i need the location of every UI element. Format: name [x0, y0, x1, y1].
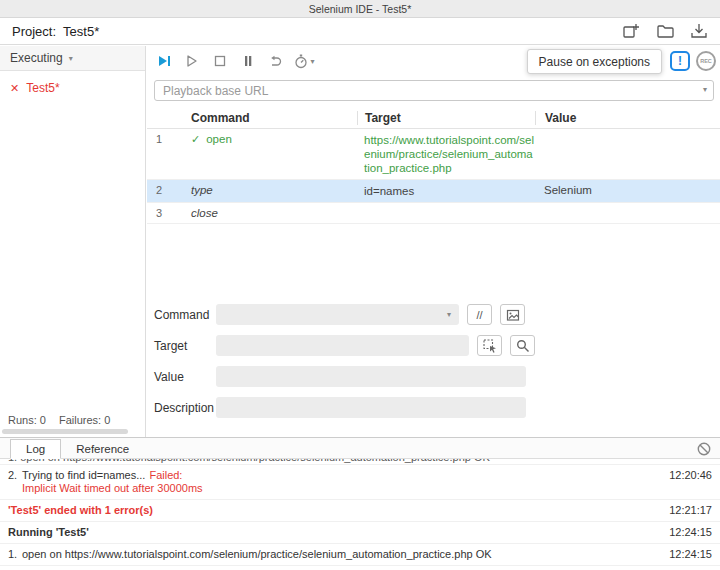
table-row[interactable]: 3 close: [147, 203, 720, 224]
window-titlebar: Selenium IDE - Test5*: [0, 0, 720, 18]
target-cell: id=names: [357, 184, 535, 198]
log-timestamp: 12:24:15: [669, 548, 712, 561]
target-input[interactable]: [216, 335, 469, 356]
log-entry: 2.Trying to find id=names...Failed: Impl…: [0, 465, 720, 500]
log-entries: 1. open on https://www.tutorialspoint.co…: [0, 459, 720, 570]
main-panel: ▾ Pause on exceptions ! REC ▾ Command Ta…: [147, 46, 720, 437]
log-timestamp: 12:21:17: [669, 504, 712, 517]
open-project-icon[interactable]: [655, 22, 674, 41]
failed-label: Failed:: [149, 469, 182, 481]
playback-base-url-input[interactable]: [154, 80, 714, 101]
tab-log[interactable]: Log: [10, 439, 61, 459]
column-command: Command: [187, 111, 357, 125]
save-project-icon[interactable]: [689, 22, 708, 41]
pause-on-exceptions-tooltip[interactable]: Pause on exceptions: [527, 49, 662, 74]
failures-count: Failures: 0: [59, 414, 110, 426]
command-cell: open: [206, 133, 232, 145]
log-tab-bar: Log Reference: [0, 438, 720, 459]
find-target-button[interactable]: [510, 335, 535, 356]
table-row[interactable]: 2 type id=names Selenium: [147, 180, 720, 203]
tab-reference[interactable]: Reference: [61, 440, 144, 458]
test-speed-button[interactable]: ▾: [290, 49, 318, 73]
record-button[interactable]: REC: [696, 51, 716, 71]
log-panel: Log Reference 1. open on https://www.tut…: [0, 437, 720, 570]
open-window-button[interactable]: [500, 304, 525, 325]
clear-log-icon[interactable]: [696, 441, 712, 457]
playback-toolbar: ▾ Pause on exceptions ! REC: [147, 46, 720, 76]
test-failed-icon: ✕: [10, 82, 19, 95]
run-summary: Runs: 0 Failures: 0: [8, 414, 110, 426]
window-title: Selenium IDE - Test5*: [309, 3, 412, 15]
new-project-icon[interactable]: [621, 22, 640, 41]
value-field-label: Value: [154, 370, 216, 384]
error-detail: Implicit Wait timed out after 30000ms: [22, 482, 650, 495]
chevron-down-icon: ▾: [447, 310, 451, 319]
description-field-label: Description: [154, 401, 216, 415]
command-edit-form: Command ▾ // Target: [147, 304, 720, 428]
test-name: Test5*: [26, 81, 59, 95]
log-entry: Running 'Test5' 12:24:15: [0, 522, 720, 544]
command-field-label: Command: [154, 308, 216, 322]
project-name: Test5*: [63, 24, 99, 39]
log-entry: 'Test5' ended with 1 error(s) 12:21:17: [0, 500, 720, 522]
test-state-dropdown[interactable]: Executing ▾: [0, 46, 145, 71]
playback-base-url-field: ▾: [154, 80, 714, 101]
tests-sidebar: Executing ▾ ✕ Test5* Runs: 0 Failures: 0: [0, 46, 146, 437]
check-icon: ✓: [191, 133, 200, 145]
target-cell: [357, 207, 535, 219]
value-input[interactable]: [216, 366, 526, 387]
commands-table: Command Target Value 1 ✓open https://www…: [147, 108, 720, 224]
sidebar-item-test5[interactable]: ✕ Test5*: [0, 71, 145, 105]
pause-on-exceptions-toggle[interactable]: !: [670, 51, 690, 71]
project-header: Project: Test5*: [0, 18, 720, 45]
log-entry: 2.Trying to find id=names... 12:24:15: [0, 566, 720, 570]
pause-button[interactable]: [234, 49, 262, 73]
value-cell: [535, 207, 720, 219]
log-timestamp: 12:20:46: [669, 469, 712, 482]
description-input[interactable]: [216, 397, 526, 418]
command-select[interactable]: ▾: [216, 304, 459, 325]
run-all-tests-button[interactable]: [150, 49, 178, 73]
target-cell: https://www.tutorialspoint.com/selenium/…: [357, 133, 535, 175]
value-cell: [535, 133, 720, 175]
log-entry: 1.open on https://www.tutorialspoint.com…: [0, 544, 720, 566]
stop-button[interactable]: [206, 49, 234, 73]
horizontal-scrollbar[interactable]: [2, 429, 128, 434]
selenium-ide-window: Selenium IDE - Test5* Project: Test5*: [0, 0, 720, 570]
command-cell: close: [187, 207, 357, 219]
log-timestamp: 12:24:15: [669, 526, 712, 539]
target-field-label: Target: [154, 339, 216, 353]
project-label: Project:: [12, 24, 56, 39]
run-current-test-button[interactable]: [178, 49, 206, 73]
value-cell: Selenium: [535, 184, 720, 198]
toggle-comment-button[interactable]: //: [467, 304, 492, 325]
runs-count: Runs: 0: [8, 414, 46, 426]
chevron-down-icon: ▾: [69, 54, 73, 63]
select-target-button[interactable]: [477, 335, 502, 356]
test-state-label: Executing: [10, 51, 63, 65]
commands-table-header: Command Target Value: [147, 108, 720, 129]
step-over-button[interactable]: [262, 49, 290, 73]
column-target: Target: [357, 111, 535, 125]
chevron-down-icon: ▾: [310, 57, 314, 66]
column-value: Value: [535, 111, 720, 125]
table-row[interactable]: 1 ✓open https://www.tutorialspoint.com/s…: [147, 129, 720, 180]
command-cell: type: [187, 184, 357, 198]
